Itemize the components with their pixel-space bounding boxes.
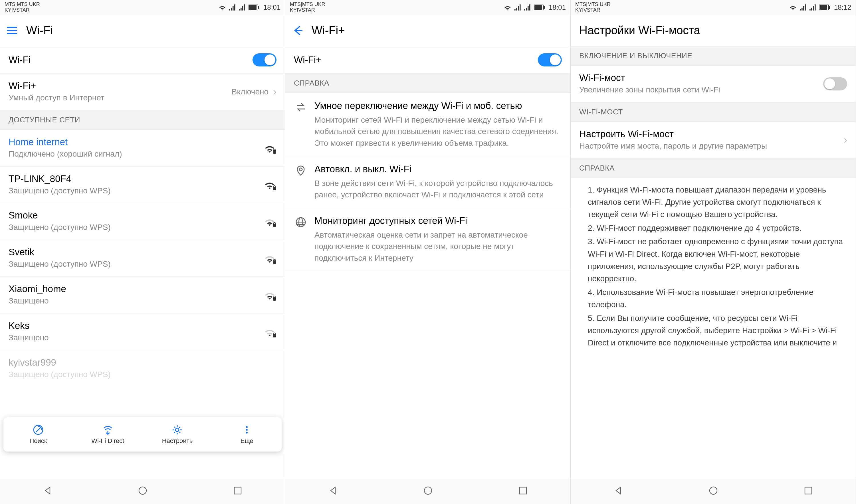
help-desc: Автоматическая оценка сети и запрет на а… <box>315 229 562 264</box>
status-carrier: MTS|MTS UKR KYIVSTAR <box>290 2 504 13</box>
action-label: Настроить <box>162 437 193 445</box>
signal-icon-1 <box>229 4 236 11</box>
svg-rect-1 <box>249 5 256 10</box>
help-line: 5. Если Вы получите сообщение, что ресур… <box>588 312 847 349</box>
network-sub: Защищено (доступно WPS) <box>8 369 277 380</box>
svg-point-36 <box>710 487 717 494</box>
svg-rect-25 <box>534 5 542 10</box>
svg-point-18 <box>176 428 179 432</box>
network-row[interactable]: Xiaomi_home Защищено <box>0 277 285 313</box>
help-title: Мониторинг доступных сетей Wi-Fi <box>315 215 562 227</box>
network-row[interactable]: TP-LINK_80F4 Защищено (доступно WPS) <box>0 166 285 203</box>
wifi-strength-icon <box>263 252 277 264</box>
nav-back[interactable] <box>328 485 338 498</box>
bridge-toggle[interactable] <box>823 77 847 90</box>
bridge-toggle-row[interactable]: Wi-Fi-мост Увеличение зоны покрытия сети… <box>571 66 856 103</box>
network-row[interactable]: Home internet Подключено (хороший сигнал… <box>0 130 285 166</box>
back-button[interactable] <box>291 24 304 37</box>
triangle-back-icon <box>613 485 623 496</box>
wifi-direct-icon <box>102 424 113 435</box>
svg-point-21 <box>246 432 248 434</box>
app-bar: Настройки Wi-Fi-моста <box>571 15 856 46</box>
svg-rect-6 <box>274 186 275 187</box>
nav-home[interactable] <box>423 485 433 498</box>
help-text-block: 1. Функция Wi-Fi-моста повышает диапазон… <box>571 178 856 356</box>
configure-sub: Настройте имя моста, пароль и другие пар… <box>579 141 844 151</box>
wifi-toggle-row[interactable]: Wi-Fi <box>0 46 285 74</box>
globe-icon <box>294 215 308 264</box>
battery-icon <box>534 4 545 10</box>
action-wifi-direct[interactable]: Wi-Fi Direct <box>73 424 143 445</box>
network-row[interactable]: Svetik Защищено (доступно WPS) <box>0 240 285 277</box>
status-icons: 18:01 <box>218 3 281 12</box>
swap-icon <box>294 100 308 149</box>
wifi-label: Wi-Fi <box>8 54 252 65</box>
bridge-content: ВКЛЮЧЕНИЕ И ВЫКЛЮЧЕНИЕ Wi-Fi-мост Увелич… <box>571 46 856 479</box>
nav-back[interactable] <box>42 485 53 498</box>
svg-rect-4 <box>274 149 275 151</box>
signal-icon-1 <box>515 4 521 11</box>
carrier-line2: KYIVSTAR <box>290 7 504 13</box>
network-row[interactable]: Keks Защищено <box>0 313 285 350</box>
status-time: 18:01 <box>263 3 281 12</box>
app-bar: Wi-Fi+ <box>285 15 570 46</box>
wifi-plus-row[interactable]: Wi-Fi+ Умный доступ в Интернет Включено … <box>0 74 285 110</box>
chevron-right-icon: › <box>844 134 847 146</box>
svg-point-27 <box>299 168 302 171</box>
help-line: 3. Wi-Fi-мост не работает одновременно с… <box>588 235 847 285</box>
wifi-strength-icon <box>263 216 277 227</box>
wifi-plus-toggle[interactable] <box>538 53 562 67</box>
wifi-strength-icon <box>263 326 277 338</box>
help-item-smart-switch: Умное переключение между Wi-Fi и моб. се… <box>285 93 570 156</box>
signal-icon-2 <box>524 4 531 11</box>
nav-back[interactable] <box>613 485 623 498</box>
svg-rect-23 <box>234 487 241 494</box>
svg-rect-32 <box>520 487 527 494</box>
network-row[interactable]: kyivstar999 Защищено (доступно WPS) <box>0 350 285 387</box>
nav-bar <box>571 479 856 504</box>
nav-home[interactable] <box>708 485 718 498</box>
nav-recent[interactable] <box>233 485 243 498</box>
network-sub: Подключено (хороший сигнал) <box>8 149 263 159</box>
carrier-line2: KYIVSTAR <box>4 7 218 13</box>
wifi-toggle[interactable] <box>252 53 277 67</box>
svg-rect-2 <box>258 6 260 9</box>
help-line: 4. Использование Wi-Fi-моста повышает эн… <box>588 286 847 311</box>
status-time: 18:12 <box>834 3 851 12</box>
nav-bar <box>285 479 570 504</box>
signal-icon-2 <box>809 4 816 11</box>
circle-home-icon <box>708 485 718 496</box>
action-more[interactable]: Еще <box>212 424 282 445</box>
more-icon <box>241 424 252 435</box>
network-name: kyivstar999 <box>8 357 277 368</box>
wifi-plus-label: Wi-Fi+ <box>294 54 538 65</box>
svg-rect-35 <box>829 6 830 9</box>
page-title: Настройки Wi-Fi-моста <box>579 24 700 37</box>
help-section-header: СПРАВКА <box>285 74 570 93</box>
svg-point-22 <box>139 487 146 494</box>
network-row[interactable]: Smoke Защищено (доступно WPS) <box>0 203 285 240</box>
nav-recent[interactable] <box>518 485 528 498</box>
wifi-status-icon <box>504 4 512 11</box>
network-sub: Защищено <box>8 295 263 306</box>
configure-bridge-row[interactable]: Настроить Wi-Fi-мост Настройте имя моста… <box>571 122 856 159</box>
triangle-back-icon <box>328 485 338 496</box>
wifi-plus-toggle-row[interactable]: Wi-Fi+ <box>285 46 570 74</box>
circle-home-icon <box>423 485 433 496</box>
status-carrier: MTS|MTS UKR KYIVSTAR <box>575 2 789 13</box>
action-search[interactable]: Поиск <box>3 424 73 445</box>
nav-recent[interactable] <box>803 485 814 498</box>
action-label: Поиск <box>30 437 47 445</box>
action-configure[interactable]: Настроить <box>143 424 212 445</box>
wifi-strength-icon <box>263 142 277 154</box>
status-bar: MTS|MTS UKR KYIVSTAR 18:01 <box>285 0 570 15</box>
wifi-strength-icon <box>263 289 277 301</box>
signal-icon-2 <box>239 4 246 11</box>
svg-rect-14 <box>274 333 275 335</box>
svg-rect-12 <box>274 296 275 298</box>
nav-home[interactable] <box>138 485 148 498</box>
menu-button[interactable] <box>6 24 18 37</box>
help-title: Умное переключение между Wi-Fi и моб. се… <box>315 100 562 112</box>
wifi-status-icon <box>789 4 797 11</box>
gear-icon <box>172 424 183 435</box>
